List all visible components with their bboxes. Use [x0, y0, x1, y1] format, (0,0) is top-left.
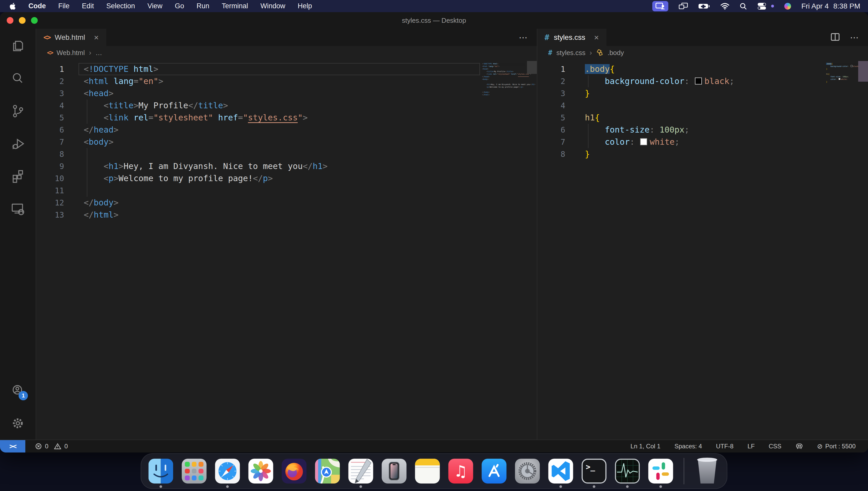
- remote-indicator[interactable]: ><: [0, 440, 25, 453]
- wifi-icon[interactable]: [720, 3, 729, 9]
- dock-photos-icon[interactable]: [248, 459, 273, 484]
- dock-terminal-icon[interactable]: >_: [582, 459, 606, 484]
- html-file-icon: <>: [47, 49, 53, 56]
- dock-finder-icon[interactable]: [149, 459, 173, 484]
- menu-item-selection[interactable]: Selection: [107, 2, 135, 10]
- dock-system-settings-icon[interactable]: [515, 459, 540, 484]
- code-lines[interactable]: 1.body{2 background-color: black;3}45h1{…: [537, 63, 868, 160]
- editor-group-css: # styles.css × ⋯ # styles.css › .: [537, 29, 868, 440]
- dock-activity-monitor-icon[interactable]: [615, 459, 640, 484]
- settings-gear-icon[interactable]: [9, 415, 26, 432]
- control-center-icon[interactable]: [757, 2, 767, 10]
- battery-icon[interactable]: [698, 3, 710, 9]
- dock-slack-icon[interactable]: [649, 459, 673, 484]
- accounts-badge: 1: [19, 391, 28, 400]
- editor-actions-more-icon[interactable]: ⋯: [519, 32, 528, 42]
- terminal-prompt-glyph: >_: [586, 462, 595, 483]
- tab-label: styles.css: [554, 33, 585, 41]
- error-icon: [35, 443, 42, 450]
- menu-item-file[interactable]: File: [58, 2, 70, 10]
- line-col-indicator[interactable]: Ln 1, Col 1: [631, 443, 661, 450]
- menu-item-window[interactable]: Window: [260, 2, 285, 10]
- dock-safari-icon[interactable]: [215, 459, 240, 484]
- tab-styles-css[interactable]: # styles.css ×: [537, 29, 606, 46]
- breadcrumb-symbol[interactable]: …: [96, 49, 102, 57]
- problems-indicator[interactable]: 0 0: [35, 443, 68, 450]
- breadcrumb-file[interactable]: Web.html: [57, 49, 85, 57]
- editor-actions-more-icon[interactable]: ⋯: [850, 32, 859, 42]
- tab-label: Web.html: [55, 33, 85, 41]
- vscode-window: styles.css — Desktop: [0, 12, 868, 453]
- menu-item-code[interactable]: Code: [28, 2, 46, 10]
- editor-group-html: <> Web.html × ⋯ <> Web.html › … 1<!DOCTY…: [36, 29, 537, 440]
- window-title: styles.css — Desktop: [402, 17, 466, 25]
- port-icon: ⊘: [817, 442, 823, 451]
- close-tab-icon[interactable]: ×: [94, 33, 99, 41]
- chevron-right-icon: ›: [590, 49, 592, 57]
- tab-bar-right: # styles.css × ⋯: [537, 29, 868, 46]
- menu-item-terminal[interactable]: Terminal: [222, 2, 248, 10]
- source-control-icon[interactable]: [9, 103, 26, 120]
- language-indicator[interactable]: CSS: [769, 443, 781, 450]
- html-file-icon: <>: [43, 33, 50, 41]
- menu-item-run[interactable]: Run: [197, 2, 210, 10]
- siri-icon[interactable]: [784, 3, 791, 9]
- minimap[interactable]: 1.body{2 background-color: black;3}45h1{…: [826, 62, 857, 83]
- error-count: 0: [45, 443, 48, 450]
- dock-maps-icon[interactable]: [315, 459, 340, 484]
- music-note-glyph: ♫: [454, 462, 468, 480]
- copilot-icon[interactable]: [796, 443, 803, 450]
- split-editor-icon[interactable]: [831, 33, 840, 42]
- explorer-icon[interactable]: [9, 37, 26, 55]
- dock-launchpad-icon[interactable]: [182, 459, 207, 484]
- dock-trash-icon[interactable]: [695, 459, 720, 484]
- eol-indicator[interactable]: LF: [747, 443, 755, 450]
- close-tab-icon[interactable]: ×: [594, 33, 599, 41]
- code-editor-css[interactable]: 1.body{2 background-color: black;3}45h1{…: [537, 59, 868, 440]
- menu-item-help[interactable]: Help: [298, 2, 312, 10]
- code-editor-html[interactable]: 1<!DOCTYPE html>2<html lang="en">3<head>…: [36, 59, 537, 440]
- code-lines[interactable]: 1<!DOCTYPE html>2<html lang="en">3<head>…: [36, 63, 537, 221]
- scrollbar-thumb[interactable]: [527, 61, 537, 74]
- accounts-icon[interactable]: 1: [9, 382, 26, 399]
- minimap[interactable]: 1<!DOCTYPE html>2<html lang="en">3<head>…: [482, 62, 526, 96]
- scrollbar-thumb[interactable]: [858, 61, 868, 82]
- spotlight-search-icon[interactable]: [740, 3, 747, 10]
- dock-firefox-icon[interactable]: [282, 459, 307, 484]
- css-file-icon: #: [545, 33, 549, 42]
- dock-vscode-icon[interactable]: [548, 459, 573, 484]
- menu-bar: Code File Edit Selection View Go Run Ter…: [0, 0, 868, 12]
- tab-web-html[interactable]: <> Web.html ×: [36, 29, 106, 46]
- apple-menu-icon[interactable]: [9, 2, 16, 10]
- dock-textedit-icon[interactable]: [349, 459, 373, 484]
- notification-dot: [771, 5, 774, 7]
- warning-icon: [54, 443, 61, 450]
- dock-notes-icon[interactable]: [415, 459, 440, 484]
- menu-item-view[interactable]: View: [148, 2, 162, 10]
- dock-music-icon[interactable]: ♫: [448, 459, 473, 484]
- menu-clock[interactable]: Fri Apr 4 8:38 PM: [801, 2, 860, 10]
- screen-mirroring-icon[interactable]: [652, 1, 668, 11]
- minimize-window-button[interactable]: [19, 17, 26, 24]
- breadcrumb-html: <> Web.html › …: [36, 46, 537, 59]
- menu-item-go[interactable]: Go: [175, 2, 184, 10]
- symbol-class-icon: [596, 49, 603, 56]
- remote-explorer-icon[interactable]: [9, 200, 26, 217]
- warning-count: 0: [64, 443, 68, 450]
- menu-item-edit[interactable]: Edit: [82, 2, 94, 10]
- search-icon[interactable]: [9, 70, 26, 87]
- port-indicator[interactable]: ⊘ Port : 5500: [817, 442, 856, 451]
- indent-indicator[interactable]: Spaces: 4: [675, 443, 702, 450]
- encoding-indicator[interactable]: UTF-8: [716, 443, 734, 450]
- dock-iphone-mirroring-icon[interactable]: [382, 459, 407, 484]
- close-window-button[interactable]: [7, 17, 13, 24]
- breadcrumb-file[interactable]: styles.css: [557, 49, 586, 57]
- window-titlebar[interactable]: styles.css — Desktop: [0, 12, 868, 29]
- menu-date: Fri Apr 4: [801, 2, 829, 10]
- run-debug-icon[interactable]: [9, 135, 26, 152]
- breadcrumb-symbol[interactable]: .body: [608, 49, 624, 57]
- stage-manager-icon[interactable]: [679, 3, 688, 10]
- extensions-icon[interactable]: [9, 168, 26, 185]
- zoom-window-button[interactable]: [31, 17, 38, 24]
- dock-app-store-icon[interactable]: [482, 459, 507, 484]
